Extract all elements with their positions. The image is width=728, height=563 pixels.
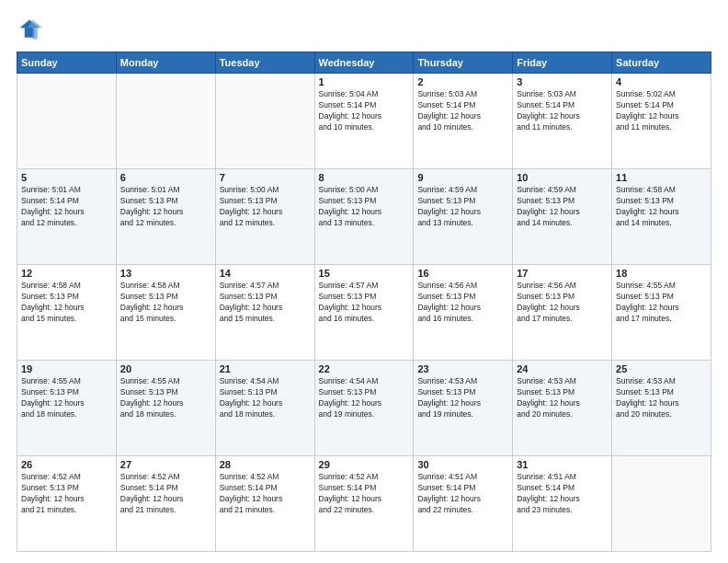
day-cell: 5Sunrise: 5:01 AM Sunset: 5:14 PM Daylig… [17,169,117,265]
day-cell: 28Sunrise: 4:52 AM Sunset: 5:14 PM Dayli… [215,456,314,552]
day-cell: 2Sunrise: 5:03 AM Sunset: 5:14 PM Daylig… [414,74,513,169]
day-cell: 19Sunrise: 4:55 AM Sunset: 5:13 PM Dayli… [17,361,117,456]
week-row-4: 19Sunrise: 4:55 AM Sunset: 5:13 PM Dayli… [17,361,711,456]
day-number: 30 [417,459,508,470]
day-info: Sunrise: 4:55 AM Sunset: 5:13 PM Dayligh… [21,376,112,420]
day-number: 5 [21,172,112,183]
day-number: 18 [616,268,707,279]
day-info: Sunrise: 4:58 AM Sunset: 5:13 PM Dayligh… [120,281,211,325]
day-info: Sunrise: 4:58 AM Sunset: 5:13 PM Dayligh… [616,185,707,229]
header-thursday: Thursday [414,52,513,74]
header-monday: Monday [116,52,215,74]
day-number: 25 [616,363,707,374]
day-cell: 13Sunrise: 4:58 AM Sunset: 5:13 PM Dayli… [116,265,215,361]
day-info: Sunrise: 4:52 AM Sunset: 5:13 PM Dayligh… [21,472,112,516]
day-info: Sunrise: 4:55 AM Sunset: 5:13 PM Dayligh… [120,376,211,420]
day-cell: 20Sunrise: 4:55 AM Sunset: 5:13 PM Dayli… [116,361,215,456]
day-info: Sunrise: 5:02 AM Sunset: 5:14 PM Dayligh… [616,89,707,133]
day-cell [116,74,215,169]
day-number: 14 [220,268,311,279]
day-number: 16 [417,268,508,279]
header-wednesday: Wednesday [314,52,414,74]
day-info: Sunrise: 4:53 AM Sunset: 5:13 PM Dayligh… [616,376,707,420]
day-info: Sunrise: 4:57 AM Sunset: 5:13 PM Dayligh… [220,281,311,325]
day-cell: 10Sunrise: 4:59 AM Sunset: 5:13 PM Dayli… [513,169,612,265]
day-number: 24 [517,363,608,374]
day-info: Sunrise: 4:52 AM Sunset: 5:14 PM Dayligh… [319,472,410,516]
day-cell: 29Sunrise: 4:52 AM Sunset: 5:14 PM Dayli… [314,456,414,552]
day-cell: 22Sunrise: 4:54 AM Sunset: 5:13 PM Dayli… [314,361,414,456]
header-friday: Friday [513,52,612,74]
day-info: Sunrise: 4:55 AM Sunset: 5:13 PM Dayligh… [616,281,707,325]
day-number: 13 [120,268,211,279]
day-cell: 30Sunrise: 4:51 AM Sunset: 5:14 PM Dayli… [414,456,513,552]
day-info: Sunrise: 4:53 AM Sunset: 5:13 PM Dayligh… [417,376,508,420]
day-cell: 23Sunrise: 4:53 AM Sunset: 5:13 PM Dayli… [414,361,513,456]
day-number: 15 [319,268,410,279]
day-cell [17,74,117,169]
header-tuesday: Tuesday [215,52,314,74]
day-info: Sunrise: 5:04 AM Sunset: 5:14 PM Dayligh… [319,89,410,133]
day-info: Sunrise: 4:54 AM Sunset: 5:13 PM Dayligh… [220,376,311,420]
day-info: Sunrise: 5:00 AM Sunset: 5:13 PM Dayligh… [319,185,410,229]
day-info: Sunrise: 5:03 AM Sunset: 5:14 PM Dayligh… [517,89,608,133]
day-cell: 24Sunrise: 4:53 AM Sunset: 5:13 PM Dayli… [513,361,612,456]
day-info: Sunrise: 4:59 AM Sunset: 5:13 PM Dayligh… [417,185,508,229]
day-number: 6 [120,172,211,183]
day-info: Sunrise: 5:00 AM Sunset: 5:13 PM Dayligh… [220,185,311,229]
day-cell: 11Sunrise: 4:58 AM Sunset: 5:13 PM Dayli… [612,169,711,265]
day-info: Sunrise: 4:52 AM Sunset: 5:14 PM Dayligh… [220,472,311,516]
day-info: Sunrise: 4:51 AM Sunset: 5:14 PM Dayligh… [417,472,508,516]
day-info: Sunrise: 5:01 AM Sunset: 5:13 PM Dayligh… [120,185,211,229]
day-number: 22 [319,363,410,374]
day-cell [612,456,711,552]
logo [17,17,46,42]
calendar: Sunday Monday Tuesday Wednesday Thursday… [17,52,711,552]
day-number: 17 [517,268,608,279]
header-sunday: Sunday [17,52,117,74]
day-info: Sunrise: 4:58 AM Sunset: 5:13 PM Dayligh… [21,281,112,325]
day-info: Sunrise: 4:57 AM Sunset: 5:13 PM Dayligh… [319,281,410,325]
day-cell: 6Sunrise: 5:01 AM Sunset: 5:13 PM Daylig… [116,169,215,265]
day-cell: 16Sunrise: 4:56 AM Sunset: 5:13 PM Dayli… [414,265,513,361]
day-cell: 31Sunrise: 4:51 AM Sunset: 5:14 PM Dayli… [513,456,612,552]
day-number: 11 [616,172,707,183]
day-number: 28 [220,459,311,470]
day-cell [215,74,314,169]
day-info: Sunrise: 4:56 AM Sunset: 5:13 PM Dayligh… [517,281,608,325]
logo-icon [17,17,42,42]
day-cell: 25Sunrise: 4:53 AM Sunset: 5:13 PM Dayli… [612,361,711,456]
day-cell: 1Sunrise: 5:04 AM Sunset: 5:14 PM Daylig… [314,74,414,169]
day-cell: 4Sunrise: 5:02 AM Sunset: 5:14 PM Daylig… [612,74,711,169]
day-number: 21 [220,363,311,374]
day-cell: 27Sunrise: 4:52 AM Sunset: 5:14 PM Dayli… [116,456,215,552]
day-number: 10 [517,172,608,183]
week-row-1: 1Sunrise: 5:04 AM Sunset: 5:14 PM Daylig… [17,74,711,169]
day-number: 3 [517,76,608,87]
day-cell: 8Sunrise: 5:00 AM Sunset: 5:13 PM Daylig… [314,169,414,265]
week-row-2: 5Sunrise: 5:01 AM Sunset: 5:14 PM Daylig… [17,169,711,265]
week-row-5: 26Sunrise: 4:52 AM Sunset: 5:13 PM Dayli… [17,456,711,552]
day-number: 27 [120,459,211,470]
day-number: 23 [417,363,508,374]
day-info: Sunrise: 5:01 AM Sunset: 5:14 PM Dayligh… [21,185,112,229]
day-info: Sunrise: 5:03 AM Sunset: 5:14 PM Dayligh… [417,89,508,133]
day-number: 20 [120,363,211,374]
day-cell: 26Sunrise: 4:52 AM Sunset: 5:13 PM Dayli… [17,456,117,552]
day-number: 1 [319,76,410,87]
weekday-header-row: Sunday Monday Tuesday Wednesday Thursday… [17,52,711,74]
header-saturday: Saturday [612,52,711,74]
day-info: Sunrise: 4:59 AM Sunset: 5:13 PM Dayligh… [517,185,608,229]
day-number: 29 [319,459,410,470]
day-cell: 14Sunrise: 4:57 AM Sunset: 5:13 PM Dayli… [215,265,314,361]
day-number: 12 [21,268,112,279]
header [17,17,711,42]
day-info: Sunrise: 4:54 AM Sunset: 5:13 PM Dayligh… [319,376,410,420]
day-number: 31 [517,459,608,470]
day-number: 26 [21,459,112,470]
day-cell: 3Sunrise: 5:03 AM Sunset: 5:14 PM Daylig… [513,74,612,169]
day-info: Sunrise: 4:53 AM Sunset: 5:13 PM Dayligh… [517,376,608,420]
day-cell: 9Sunrise: 4:59 AM Sunset: 5:13 PM Daylig… [414,169,513,265]
day-number: 7 [220,172,311,183]
day-cell: 7Sunrise: 5:00 AM Sunset: 5:13 PM Daylig… [215,169,314,265]
